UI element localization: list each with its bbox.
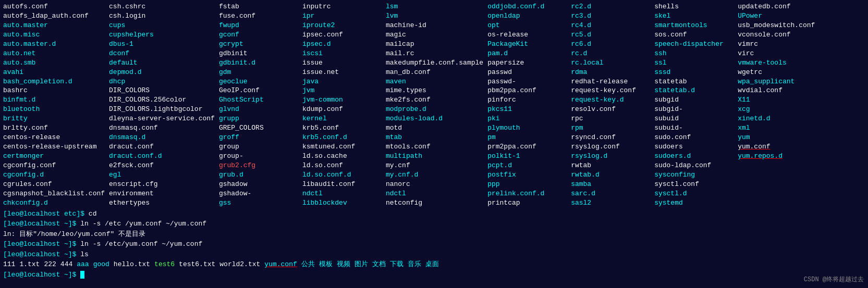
final-prompt[interactable]: [leo@localhost ~]$	[3, 270, 865, 280]
file-entry: machine-id	[386, 21, 483, 30]
file-entry: autofs.conf	[3, 2, 105, 11]
file-entry: ld.so.conf.d	[302, 170, 382, 180]
file-entry: ld.so.conf	[302, 161, 382, 170]
file-entry: krb5.conf.d	[302, 133, 382, 142]
file-entry: nanorc	[386, 180, 483, 189]
file-entry: egl	[109, 170, 215, 180]
file-entry: PackageKit	[487, 40, 567, 49]
ls-item: yum.conf	[264, 259, 297, 270]
file-entry: issue.net	[302, 68, 382, 77]
file-entry: dconf	[109, 49, 215, 58]
file-entry: inputrc	[302, 2, 382, 11]
file-entry: auto.smb	[3, 58, 105, 68]
file-entry: resolv.conf	[571, 105, 650, 114]
file-entry: britty	[3, 114, 105, 123]
file-entry: pm	[487, 133, 567, 142]
command-line: [leo@localhost ~]$ ln -s /etc /yum.conf …	[3, 219, 865, 229]
file-entry: rsyncd.conf	[571, 133, 650, 142]
file-entry: fwupd	[219, 21, 298, 30]
file-entry: e2fsck.conf	[109, 161, 215, 170]
file-column-8: shellsskelsmartmontoolssos.confspeech-di…	[654, 2, 738, 208]
file-entry: my.cnf	[386, 161, 483, 170]
file-column-5: lsmlvmmachine-idmagicmailcapmail.rcmaked…	[386, 2, 487, 208]
file-entry: gconf	[219, 30, 298, 40]
file-entry: vconsole.conf	[738, 30, 817, 40]
file-entry: iproute2	[302, 21, 382, 30]
file-entry: pkcs11	[487, 105, 567, 114]
file-entry: statetab	[654, 77, 733, 86]
file-entry: dnsmasq.d	[109, 133, 215, 142]
file-column-3: fstabfuse.conffwupdgconfgcryptgdbinitgdb…	[219, 2, 302, 208]
file-entry: dbus-1	[109, 40, 215, 49]
file-entry: groff	[219, 133, 298, 142]
ls-output: 1111.txt222444aaagoodhello.txttest6test6…	[3, 259, 865, 270]
file-entry: fuse.conf	[219, 11, 298, 21]
file-entry: vimrc	[738, 40, 817, 49]
file-entry: java	[302, 77, 382, 86]
file-entry: cgsnapshot_blacklist.conf	[3, 189, 105, 198]
file-entry: skel	[654, 11, 733, 21]
file-entry: sysctl.d	[654, 189, 733, 198]
file-entry: mailcap	[386, 40, 483, 49]
file-entry: wpa_supplicant	[738, 77, 817, 86]
file-entry: yum.conf	[738, 142, 817, 152]
file-entry: krb5.conf	[302, 123, 382, 133]
file-entry: cupshelpers	[109, 30, 215, 40]
file-entry: issue	[302, 58, 382, 68]
file-entry: grub2.cfg	[219, 161, 298, 170]
file-entry: magic	[386, 30, 483, 40]
ls-item: 图片	[354, 259, 368, 270]
file-entry: gshadow-	[219, 189, 298, 198]
file-entry: os-release	[487, 30, 567, 40]
file-entry: cups	[109, 21, 215, 30]
ls-item: hello.txt	[114, 259, 150, 270]
command-line: ln: 目标"/home/leo/yum.conf" 不是目录	[3, 229, 865, 240]
ls-item: test6	[154, 259, 175, 270]
file-entry: gdbinit	[219, 49, 298, 58]
file-entry: request-key.d	[571, 95, 650, 105]
terminal: autofs.confautofs_ldap_auth.confauto.mas…	[0, 0, 868, 288]
file-entry: gcrypt	[219, 40, 298, 49]
file-entry: maven	[386, 77, 483, 86]
file-entry: yum.repos.d	[738, 152, 817, 161]
file-column-1: autofs.confautofs_ldap_auth.confauto.mas…	[3, 2, 109, 208]
file-entry: subgid	[654, 95, 733, 105]
file-entry: mke2fs.conf	[386, 95, 483, 105]
file-entry: default	[109, 58, 215, 68]
file-column-6: oddjobd.conf.dopenldapoptos-releasePacka…	[487, 2, 571, 208]
file-entry: group	[219, 142, 298, 152]
file-entry: mtools.conf	[386, 142, 483, 152]
file-entry: DIR_COLORS	[109, 86, 215, 95]
file-entry: ssl	[654, 58, 733, 68]
file-entry: enscript.cfg	[109, 180, 215, 189]
file-entry: subuid-	[654, 123, 733, 133]
file-entry: rpm	[571, 123, 650, 133]
file-entry: brltty.conf	[3, 123, 105, 133]
file-entry: prelink.conf.d	[487, 189, 567, 198]
file-entry: passwd-	[487, 77, 567, 86]
file-entry: dracut.conf	[109, 142, 215, 152]
file-entry: updatedb.conf	[738, 2, 817, 11]
file-entry: redhat-release	[571, 77, 650, 86]
file-entry: group-	[219, 152, 298, 161]
file-entry: bashrc	[3, 86, 105, 95]
file-entry: pam.d	[487, 49, 567, 58]
file-entry: modules-load.d	[386, 114, 483, 123]
ls-item: 1.txt	[19, 259, 40, 270]
file-entry: ipr	[302, 11, 382, 21]
file-entry: rc.local	[571, 58, 650, 68]
file-entry: dhcp	[109, 77, 215, 86]
file-entry: gdbinit.d	[219, 58, 298, 68]
file-entry: cgconfig.conf	[3, 161, 105, 170]
file-entry: ppp	[487, 180, 567, 189]
file-entry: DIR_COLORS.256color	[109, 95, 215, 105]
ls-item: 公共	[301, 259, 315, 270]
file-column-2: csh.cshrccsh.logincupscupshelpersdbus-1d…	[109, 2, 219, 208]
file-entry: GeoIP.conf	[219, 86, 298, 95]
file-column-7: rc2.drc3.drc4.drc5.drc6.drc.drc.localrdm…	[571, 2, 654, 208]
file-entry: ksmtuned.conf	[302, 142, 382, 152]
file-entry: gss	[219, 198, 298, 208]
file-entry: chkconfig.d	[3, 198, 105, 208]
file-entry: bluetooth	[3, 105, 105, 114]
file-entry: dnsmasq.conf	[109, 123, 215, 133]
